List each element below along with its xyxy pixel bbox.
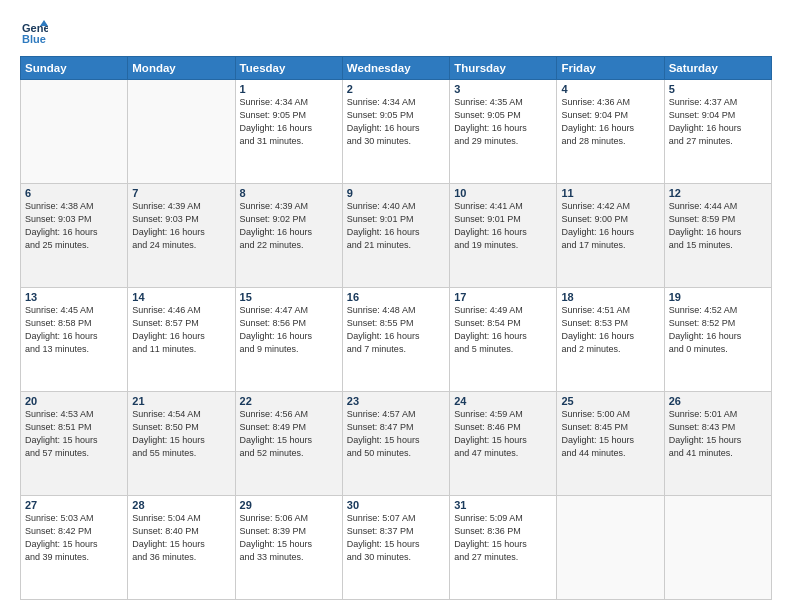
day-info: Sunrise: 4:39 AMSunset: 9:02 PMDaylight:…: [240, 200, 338, 252]
calendar-cell: 23Sunrise: 4:57 AMSunset: 8:47 PMDayligh…: [342, 392, 449, 496]
calendar-cell: 18Sunrise: 4:51 AMSunset: 8:53 PMDayligh…: [557, 288, 664, 392]
calendar-cell: 7Sunrise: 4:39 AMSunset: 9:03 PMDaylight…: [128, 184, 235, 288]
day-number: 10: [454, 187, 552, 199]
day-info: Sunrise: 4:54 AMSunset: 8:50 PMDaylight:…: [132, 408, 230, 460]
calendar-cell: 20Sunrise: 4:53 AMSunset: 8:51 PMDayligh…: [21, 392, 128, 496]
day-info: Sunrise: 4:57 AMSunset: 8:47 PMDaylight:…: [347, 408, 445, 460]
day-info: Sunrise: 4:41 AMSunset: 9:01 PMDaylight:…: [454, 200, 552, 252]
day-number: 7: [132, 187, 230, 199]
day-of-week-header: Sunday: [21, 57, 128, 80]
day-number: 12: [669, 187, 767, 199]
calendar-cell: 17Sunrise: 4:49 AMSunset: 8:54 PMDayligh…: [450, 288, 557, 392]
calendar-cell: 27Sunrise: 5:03 AMSunset: 8:42 PMDayligh…: [21, 496, 128, 600]
day-info: Sunrise: 4:36 AMSunset: 9:04 PMDaylight:…: [561, 96, 659, 148]
calendar-cell: 9Sunrise: 4:40 AMSunset: 9:01 PMDaylight…: [342, 184, 449, 288]
calendar-cell: 21Sunrise: 4:54 AMSunset: 8:50 PMDayligh…: [128, 392, 235, 496]
day-info: Sunrise: 4:42 AMSunset: 9:00 PMDaylight:…: [561, 200, 659, 252]
calendar-cell: 6Sunrise: 4:38 AMSunset: 9:03 PMDaylight…: [21, 184, 128, 288]
day-number: 14: [132, 291, 230, 303]
day-info: Sunrise: 5:03 AMSunset: 8:42 PMDaylight:…: [25, 512, 123, 564]
day-info: Sunrise: 4:38 AMSunset: 9:03 PMDaylight:…: [25, 200, 123, 252]
day-number: 4: [561, 83, 659, 95]
logo: General Blue: [20, 18, 52, 46]
svg-text:Blue: Blue: [22, 33, 46, 45]
day-info: Sunrise: 4:59 AMSunset: 8:46 PMDaylight:…: [454, 408, 552, 460]
day-number: 25: [561, 395, 659, 407]
day-number: 2: [347, 83, 445, 95]
day-number: 27: [25, 499, 123, 511]
day-number: 13: [25, 291, 123, 303]
calendar-week-row: 6Sunrise: 4:38 AMSunset: 9:03 PMDaylight…: [21, 184, 772, 288]
day-number: 8: [240, 187, 338, 199]
calendar-cell: 13Sunrise: 4:45 AMSunset: 8:58 PMDayligh…: [21, 288, 128, 392]
day-number: 6: [25, 187, 123, 199]
day-number: 29: [240, 499, 338, 511]
day-info: Sunrise: 4:53 AMSunset: 8:51 PMDaylight:…: [25, 408, 123, 460]
day-number: 5: [669, 83, 767, 95]
day-number: 30: [347, 499, 445, 511]
day-info: Sunrise: 4:51 AMSunset: 8:53 PMDaylight:…: [561, 304, 659, 356]
calendar-cell: 11Sunrise: 4:42 AMSunset: 9:00 PMDayligh…: [557, 184, 664, 288]
day-info: Sunrise: 4:44 AMSunset: 8:59 PMDaylight:…: [669, 200, 767, 252]
day-number: 9: [347, 187, 445, 199]
calendar-cell: 14Sunrise: 4:46 AMSunset: 8:57 PMDayligh…: [128, 288, 235, 392]
day-info: Sunrise: 4:45 AMSunset: 8:58 PMDaylight:…: [25, 304, 123, 356]
day-number: 31: [454, 499, 552, 511]
day-number: 18: [561, 291, 659, 303]
day-number: 1: [240, 83, 338, 95]
day-number: 20: [25, 395, 123, 407]
day-info: Sunrise: 5:00 AMSunset: 8:45 PMDaylight:…: [561, 408, 659, 460]
day-number: 15: [240, 291, 338, 303]
day-info: Sunrise: 4:34 AMSunset: 9:05 PMDaylight:…: [347, 96, 445, 148]
calendar-week-row: 20Sunrise: 4:53 AMSunset: 8:51 PMDayligh…: [21, 392, 772, 496]
day-info: Sunrise: 4:47 AMSunset: 8:56 PMDaylight:…: [240, 304, 338, 356]
day-info: Sunrise: 4:40 AMSunset: 9:01 PMDaylight:…: [347, 200, 445, 252]
calendar-cell: [557, 496, 664, 600]
day-info: Sunrise: 4:35 AMSunset: 9:05 PMDaylight:…: [454, 96, 552, 148]
day-info: Sunrise: 5:07 AMSunset: 8:37 PMDaylight:…: [347, 512, 445, 564]
calendar-cell: 24Sunrise: 4:59 AMSunset: 8:46 PMDayligh…: [450, 392, 557, 496]
calendar-header-row: SundayMondayTuesdayWednesdayThursdayFrid…: [21, 57, 772, 80]
day-number: 3: [454, 83, 552, 95]
calendar-cell: 1Sunrise: 4:34 AMSunset: 9:05 PMDaylight…: [235, 80, 342, 184]
calendar-cell: 4Sunrise: 4:36 AMSunset: 9:04 PMDaylight…: [557, 80, 664, 184]
calendar-cell: 2Sunrise: 4:34 AMSunset: 9:05 PMDaylight…: [342, 80, 449, 184]
day-info: Sunrise: 4:37 AMSunset: 9:04 PMDaylight:…: [669, 96, 767, 148]
day-of-week-header: Friday: [557, 57, 664, 80]
calendar-cell: 30Sunrise: 5:07 AMSunset: 8:37 PMDayligh…: [342, 496, 449, 600]
calendar-cell: 19Sunrise: 4:52 AMSunset: 8:52 PMDayligh…: [664, 288, 771, 392]
calendar-cell: 5Sunrise: 4:37 AMSunset: 9:04 PMDaylight…: [664, 80, 771, 184]
calendar-cell: 22Sunrise: 4:56 AMSunset: 8:49 PMDayligh…: [235, 392, 342, 496]
day-of-week-header: Tuesday: [235, 57, 342, 80]
calendar-week-row: 13Sunrise: 4:45 AMSunset: 8:58 PMDayligh…: [21, 288, 772, 392]
day-of-week-header: Saturday: [664, 57, 771, 80]
day-info: Sunrise: 5:09 AMSunset: 8:36 PMDaylight:…: [454, 512, 552, 564]
calendar-cell: 28Sunrise: 5:04 AMSunset: 8:40 PMDayligh…: [128, 496, 235, 600]
day-of-week-header: Wednesday: [342, 57, 449, 80]
header: General Blue: [20, 18, 772, 46]
day-number: 21: [132, 395, 230, 407]
day-number: 17: [454, 291, 552, 303]
calendar-week-row: 27Sunrise: 5:03 AMSunset: 8:42 PMDayligh…: [21, 496, 772, 600]
day-number: 23: [347, 395, 445, 407]
day-number: 28: [132, 499, 230, 511]
calendar-cell: [664, 496, 771, 600]
calendar-cell: 29Sunrise: 5:06 AMSunset: 8:39 PMDayligh…: [235, 496, 342, 600]
day-info: Sunrise: 4:48 AMSunset: 8:55 PMDaylight:…: [347, 304, 445, 356]
calendar-cell: 31Sunrise: 5:09 AMSunset: 8:36 PMDayligh…: [450, 496, 557, 600]
calendar-cell: 8Sunrise: 4:39 AMSunset: 9:02 PMDaylight…: [235, 184, 342, 288]
day-of-week-header: Monday: [128, 57, 235, 80]
day-info: Sunrise: 4:39 AMSunset: 9:03 PMDaylight:…: [132, 200, 230, 252]
day-number: 19: [669, 291, 767, 303]
calendar-cell: 10Sunrise: 4:41 AMSunset: 9:01 PMDayligh…: [450, 184, 557, 288]
day-number: 11: [561, 187, 659, 199]
day-number: 24: [454, 395, 552, 407]
day-info: Sunrise: 5:01 AMSunset: 8:43 PMDaylight:…: [669, 408, 767, 460]
logo-icon: General Blue: [20, 18, 48, 46]
day-of-week-header: Thursday: [450, 57, 557, 80]
calendar-cell: 26Sunrise: 5:01 AMSunset: 8:43 PMDayligh…: [664, 392, 771, 496]
calendar-cell: 25Sunrise: 5:00 AMSunset: 8:45 PMDayligh…: [557, 392, 664, 496]
calendar-cell: 15Sunrise: 4:47 AMSunset: 8:56 PMDayligh…: [235, 288, 342, 392]
day-info: Sunrise: 5:06 AMSunset: 8:39 PMDaylight:…: [240, 512, 338, 564]
day-info: Sunrise: 5:04 AMSunset: 8:40 PMDaylight:…: [132, 512, 230, 564]
